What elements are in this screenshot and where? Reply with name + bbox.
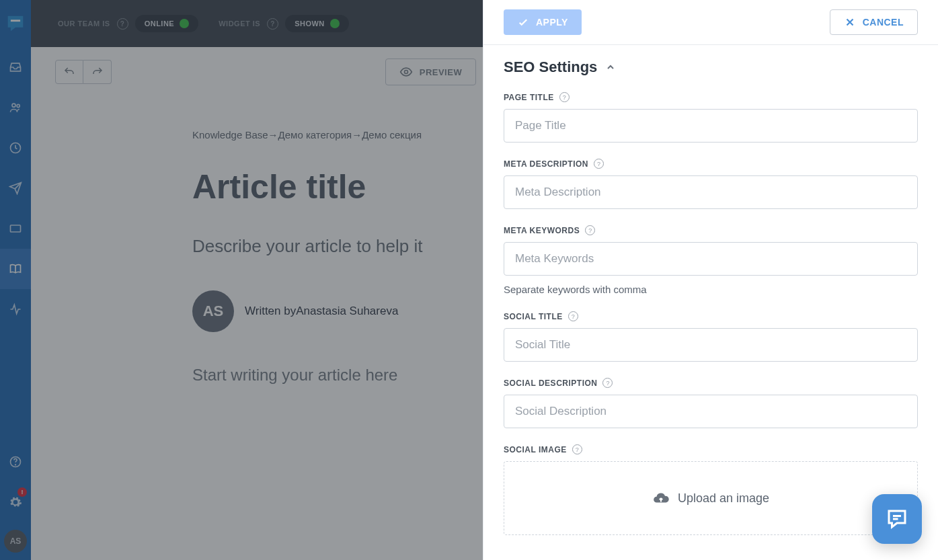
svg-rect-0 — [11, 19, 20, 22]
chat-icon — [885, 507, 909, 531]
crumb[interactable]: Knowledge Base — [192, 129, 268, 141]
sidebar-current-user[interactable]: AS — [0, 522, 31, 560]
sidebar-item-settings[interactable]: ! — [0, 482, 31, 522]
help-icon[interactable]: ? — [568, 311, 578, 321]
app-logo[interactable] — [0, 0, 31, 47]
sidebar-item-help[interactable] — [0, 442, 31, 482]
page-title-input[interactable] — [504, 109, 918, 143]
svg-point-2 — [17, 104, 19, 107]
author-line: Written byAnastasia Suhareva — [245, 305, 398, 318]
alert-badge: ! — [17, 487, 27, 497]
settings-panel: APPLY CANCEL SEO Settings PAGE TITLE? ME… — [483, 0, 938, 560]
team-status-label: OUR TEAM IS — [58, 19, 110, 28]
sidebar-item-send[interactable] — [0, 168, 31, 208]
social-description-label: SOCIAL DESCRIPTION — [504, 378, 597, 388]
sidebar-item-inbox[interactable] — [0, 47, 31, 87]
svg-point-1 — [12, 104, 15, 107]
eye-icon — [399, 65, 413, 79]
meta-keywords-label: META KEYWORDS — [504, 226, 580, 235]
sidebar-item-activity[interactable] — [0, 289, 31, 329]
help-icon[interactable]: ? — [559, 92, 570, 102]
redo-button[interactable] — [83, 60, 112, 84]
close-icon — [844, 16, 856, 28]
panel-header: APPLY CANCEL — [483, 0, 938, 45]
check-icon — [517, 16, 529, 28]
help-icon[interactable]: ? — [267, 18, 278, 30]
team-status-pill[interactable]: ONLINE — [135, 15, 199, 32]
widget-status-label: WIDGET IS — [219, 19, 260, 28]
meta-description-label: META DESCRIPTION — [504, 159, 588, 169]
social-image-label: SOCIAL IMAGE — [504, 445, 567, 454]
widget-status-group: WIDGET IS ? SHOWN — [219, 15, 349, 32]
sidebar-item-knowledge-base[interactable] — [0, 249, 31, 289]
meta-keywords-input[interactable] — [504, 242, 918, 276]
seo-section-toggle[interactable]: SEO Settings — [504, 58, 918, 76]
user-avatar-mini: AS — [4, 530, 27, 553]
svg-point-6 — [15, 465, 16, 465]
team-status-group: OUR TEAM IS ? ONLINE — [58, 15, 198, 32]
author-avatar: AS — [192, 290, 234, 332]
page-title-label: PAGE TITLE — [504, 93, 554, 102]
cloud-upload-icon — [652, 489, 670, 507]
meta-keywords-hint: Separate keywords with comma — [504, 284, 918, 295]
social-title-input[interactable] — [504, 328, 918, 362]
help-icon[interactable]: ? — [117, 18, 128, 30]
chevron-up-icon — [605, 62, 616, 73]
social-description-input[interactable] — [504, 395, 918, 428]
social-title-label: SOCIAL TITLE — [504, 312, 563, 321]
chat-widget-button[interactable] — [872, 494, 922, 544]
apply-button[interactable]: APPLY — [504, 9, 582, 35]
crumb[interactable]: Демо секция — [362, 129, 422, 141]
svg-rect-4 — [11, 225, 21, 232]
meta-description-input[interactable] — [504, 175, 918, 209]
left-sidebar: ! AS — [0, 0, 31, 560]
status-dot-icon — [180, 19, 189, 28]
preview-button[interactable]: PREVIEW — [385, 58, 476, 85]
help-icon[interactable]: ? — [585, 225, 595, 235]
panel-body: SEO Settings PAGE TITLE? META DESCRIPTIO… — [483, 45, 938, 560]
status-dot-icon — [330, 19, 340, 28]
cancel-button[interactable]: CANCEL — [830, 9, 918, 35]
help-icon[interactable]: ? — [594, 159, 604, 169]
sidebar-item-history[interactable] — [0, 128, 31, 168]
svg-point-7 — [404, 71, 407, 74]
widget-status-pill[interactable]: SHOWN — [285, 15, 349, 32]
help-icon[interactable]: ? — [572, 444, 582, 454]
sidebar-item-widget[interactable] — [0, 208, 31, 249]
social-image-dropzone[interactable]: Upload an image — [504, 461, 918, 535]
undo-button[interactable] — [55, 60, 83, 84]
sidebar-item-people[interactable] — [0, 87, 31, 128]
crumb[interactable]: Демо категория — [278, 129, 352, 141]
help-icon[interactable]: ? — [602, 378, 613, 388]
